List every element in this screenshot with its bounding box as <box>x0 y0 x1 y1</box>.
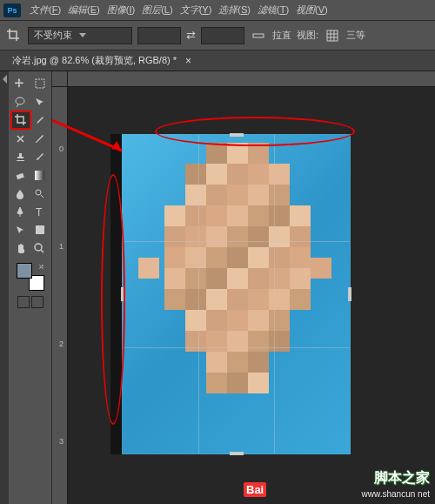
brush-tool[interactable] <box>30 130 50 147</box>
crop-preset-value: 不受约束 <box>34 29 72 42</box>
menu-view[interactable]: 视图(V) <box>292 3 331 17</box>
menu-image[interactable]: 图像(I) <box>104 3 138 17</box>
close-tab-icon[interactable]: × <box>185 55 191 67</box>
blur-tool[interactable] <box>11 185 30 202</box>
svg-rect-1 <box>327 30 338 41</box>
main-area: T ⤭ 0 1 2 3 <box>0 71 435 504</box>
menu-select[interactable]: 选择(S) <box>215 3 254 17</box>
swap-dimensions-icon[interactable]: ⇄ <box>186 29 196 42</box>
watermark-baidu: Bai <box>244 482 266 497</box>
svg-point-6 <box>36 190 41 195</box>
hand-tool[interactable] <box>11 239 30 257</box>
eraser-tool[interactable] <box>11 166 30 184</box>
document-tab[interactable]: 冷岩.jpg @ 82.6% (裁剪预览, RGB/8) * × <box>0 50 435 71</box>
svg-text:T: T <box>36 206 43 218</box>
menu-layer[interactable]: 图层(L) <box>138 3 176 17</box>
ruler-origin[interactable] <box>52 71 68 87</box>
crop-grid-line <box>274 135 275 454</box>
crop-handle-e[interactable] <box>348 287 351 301</box>
straighten-icon[interactable] <box>250 27 267 44</box>
watermark-url: www.shancun net <box>362 489 430 499</box>
crop-grid-line <box>198 135 199 454</box>
shape-tool[interactable] <box>30 221 50 239</box>
ruler-vertical[interactable]: 0 1 2 3 <box>52 87 68 504</box>
move-tool[interactable] <box>11 75 30 92</box>
patch-tool[interactable] <box>11 130 30 147</box>
path-select-tool[interactable] <box>11 221 30 239</box>
zoom-tool[interactable] <box>30 239 50 257</box>
lasso-tool[interactable] <box>11 93 30 111</box>
menu-type[interactable]: 文字(Y) <box>177 3 216 17</box>
svg-point-9 <box>35 244 42 251</box>
ruler-horizontal[interactable] <box>68 71 435 87</box>
straighten-label: 拉直 <box>272 29 291 42</box>
ruler-tick: 3 <box>59 437 65 446</box>
crop-preset-dropdown[interactable]: 不受约束 <box>28 27 132 44</box>
crop-handle-s[interactable] <box>230 452 244 455</box>
ruler-tick: 2 <box>59 339 65 348</box>
document-title: 冷岩.jpg @ 82.6% (裁剪预览, RGB/8) * <box>12 54 177 67</box>
crop-tool[interactable] <box>11 111 30 129</box>
color-swatches[interactable]: ⤭ <box>17 263 44 291</box>
eyedropper-tool[interactable] <box>30 111 50 129</box>
toolbox: T ⤭ <box>9 71 52 504</box>
app-icon: Ps <box>3 3 21 17</box>
ruler-tick: 1 <box>59 242 65 251</box>
watermark: 脚本之家 www.shancun net <box>362 469 430 499</box>
crop-tool-icon <box>5 27 23 44</box>
crop-grid-line <box>123 347 350 348</box>
toolbox-collapse[interactable] <box>0 71 9 504</box>
ruler-tick: 0 <box>59 144 65 153</box>
menu-edit[interactable]: 编辑(E) <box>64 3 104 17</box>
crop-bounds[interactable] <box>122 134 351 454</box>
foreground-swatch[interactable] <box>17 263 32 279</box>
menu-filter[interactable]: 滤镜(T) <box>254 3 292 17</box>
collapse-arrow-icon <box>3 75 7 84</box>
type-tool[interactable]: T <box>30 203 50 220</box>
pen-tool[interactable] <box>11 203 30 220</box>
grid-label: 三等 <box>346 29 365 42</box>
gradient-tool[interactable] <box>30 166 50 184</box>
svg-rect-4 <box>17 172 24 178</box>
stamp-tool[interactable] <box>11 148 30 165</box>
svg-rect-5 <box>35 171 44 180</box>
grid-overlay-icon[interactable] <box>324 27 341 44</box>
options-bar: 不受约束 ⇄ 拉直 视图: 三等 <box>0 21 435 50</box>
quickselect-tool[interactable] <box>30 93 50 111</box>
dodge-tool[interactable] <box>30 185 50 202</box>
marquee-tool[interactable] <box>30 75 50 92</box>
view-label: 视图: <box>297 29 318 42</box>
annotation-oval-top <box>155 117 355 146</box>
history-brush-tool[interactable] <box>30 148 50 165</box>
chevron-down-icon <box>79 33 86 37</box>
svg-point-3 <box>16 97 24 104</box>
annotation-oval-left <box>101 174 125 425</box>
watermark-text: 脚本之家 <box>374 469 430 487</box>
crop-width-field[interactable] <box>137 27 181 44</box>
crop-grid-line <box>123 241 350 242</box>
menu-file[interactable]: 文件(F) <box>26 3 64 17</box>
svg-rect-8 <box>36 225 44 234</box>
crop-height-field[interactable] <box>201 27 244 44</box>
quickmask-toggle[interactable] <box>17 296 44 308</box>
swap-colors-icon[interactable]: ⤭ <box>38 263 44 271</box>
svg-rect-2 <box>36 79 44 88</box>
svg-rect-0 <box>253 34 264 37</box>
canvas-area[interactable]: 0 1 2 3 Bai 脚本之家 www.shancun net <box>52 71 435 504</box>
menu-bar: Ps 文件(F) 编辑(E) 图像(I) 图层(L) 文字(Y) 选择(S) 滤… <box>0 0 435 21</box>
